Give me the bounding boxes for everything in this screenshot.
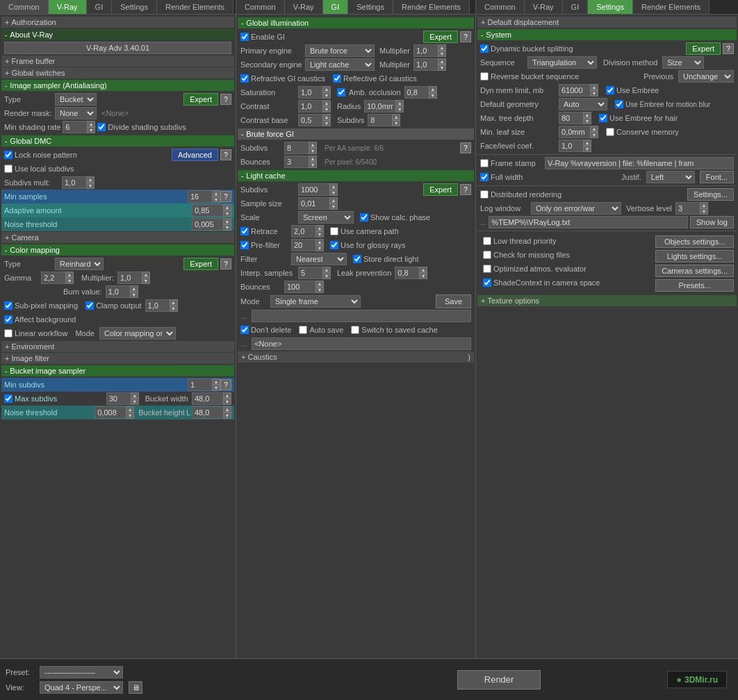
tab-settings-left[interactable]: Settings: [112, 0, 157, 14]
expert-btn-cm[interactable]: Expert: [183, 258, 218, 270]
bf-subdivs-input[interactable]: [284, 142, 309, 154]
secondary-select[interactable]: Light cache: [305, 58, 375, 71]
auto-save-check[interactable]: [299, 326, 307, 334]
noise-threshold-up[interactable]: ▲: [223, 218, 231, 224]
burn-input[interactable]: [106, 285, 130, 298]
clamp-value-input[interactable]: [145, 299, 170, 312]
lc-subdivs-input[interactable]: [298, 183, 329, 196]
bh-down[interactable]: ▼: [223, 412, 231, 419]
subdivs-mult-input[interactable]: [62, 176, 86, 189]
retrace-input[interactable]: [291, 225, 315, 238]
pre-filter-input[interactable]: [291, 239, 315, 251]
dyn-mem-input[interactable]: [559, 84, 590, 97]
min-samples-input[interactable]: [188, 190, 212, 203]
mode-select[interactable]: Color mapping only: [99, 327, 176, 340]
saturation-input[interactable]: [298, 86, 322, 99]
bw-up[interactable]: ▲: [223, 392, 231, 399]
int-up[interactable]: ▲: [322, 267, 331, 273]
burn-up[interactable]: ▲: [130, 285, 138, 292]
render-mask-select[interactable]: None: [55, 107, 97, 119]
default-displacement-section[interactable]: + Default displacement: [477, 17, 737, 28]
lc-mode-select[interactable]: Single frame: [270, 295, 361, 308]
mult1-up[interactable]: ▲: [438, 44, 446, 51]
cont-down[interactable]: ▼: [322, 106, 331, 112]
mult2-input[interactable]: [413, 58, 438, 71]
expert-btn-sys[interactable]: Expert: [686, 42, 721, 55]
previous-select[interactable]: Unchange: [678, 70, 734, 83]
subdivs-mult-down[interactable]: ▼: [86, 183, 95, 189]
tab-render-elements-mid[interactable]: Render Elements: [393, 0, 470, 14]
tab-render-elements-left[interactable]: Render Elements: [157, 0, 233, 14]
mult2-up[interactable]: ▲: [438, 58, 446, 65]
rad-down[interactable]: ▼: [395, 106, 404, 112]
bn-up[interactable]: ▲: [126, 406, 134, 412]
leak-input[interactable]: [395, 267, 419, 279]
use-embree-hair-check[interactable]: [599, 114, 607, 122]
view-select[interactable]: Quad 4 - Perspe...: [40, 681, 123, 694]
light-cache-section[interactable]: - Light cache: [238, 170, 474, 181]
fc-up[interactable]: ▲: [583, 140, 591, 146]
bucket-width-input[interactable]: [192, 392, 223, 405]
use-embree-check[interactable]: [606, 86, 614, 94]
interp-input[interactable]: [298, 267, 322, 279]
switch-saved-check[interactable]: [351, 326, 359, 334]
font-btn[interactable]: Font...: [700, 171, 734, 183]
bucket-sampler-section[interactable]: - Bucket image sampler: [1, 365, 234, 376]
store-direct-check[interactable]: [353, 255, 361, 263]
min-samples-up[interactable]: ▲: [212, 190, 220, 197]
sat-down[interactable]: ▼: [322, 92, 331, 99]
max-tree-input[interactable]: [559, 112, 583, 124]
mt-down[interactable]: ▼: [583, 118, 591, 124]
reflective-check[interactable]: [333, 74, 341, 83]
tab-gi-left[interactable]: GI: [87, 0, 113, 14]
help-btn-sys[interactable]: ?: [723, 43, 734, 54]
preset-select[interactable]: --------------------: [40, 666, 123, 678]
lc-path-input[interactable]: [252, 310, 471, 322]
bfb-down[interactable]: ▼: [309, 162, 317, 168]
leak-down[interactable]: ▼: [419, 273, 427, 279]
environment-section[interactable]: + Environment: [1, 341, 234, 352]
lc-bounces-input[interactable]: [284, 281, 315, 293]
ret-down[interactable]: ▼: [315, 231, 324, 238]
mult-down[interactable]: ▼: [142, 278, 150, 284]
divide-shading-check[interactable]: [97, 123, 106, 131]
save-btn[interactable]: Save: [436, 294, 471, 308]
max-subdivs-down[interactable]: ▼: [131, 399, 139, 405]
min-subdivs-up[interactable]: ▲: [212, 378, 220, 385]
refractive-check[interactable]: [240, 74, 249, 83]
min-subdivs-down[interactable]: ▼: [212, 385, 220, 391]
amb-up[interactable]: ▲: [429, 86, 437, 92]
affect-bg-check[interactable]: [4, 315, 13, 324]
sub-pixel-check[interactable]: [4, 301, 13, 310]
noise-threshold-input[interactable]: [192, 218, 223, 231]
min-samples-down[interactable]: ▼: [212, 197, 220, 203]
tab-common-right[interactable]: Common: [476, 0, 525, 14]
multiplier-input[interactable]: [117, 272, 142, 284]
bn-down[interactable]: ▼: [126, 412, 134, 419]
mult1-input[interactable]: [413, 44, 438, 57]
bw-down[interactable]: ▼: [223, 399, 231, 405]
tab-settings-mid[interactable]: Settings: [348, 0, 393, 14]
global-switches-section[interactable]: + Global switches: [1, 67, 234, 78]
max-subdivs-input[interactable]: [106, 392, 131, 405]
ml-up[interactable]: ▲: [590, 126, 598, 132]
bfb-up[interactable]: ▲: [309, 156, 317, 162]
texture-options-section[interactable]: + Texture options: [477, 295, 737, 306]
gamma-input[interactable]: [41, 272, 65, 284]
help-btn-ms[interactable]: ?: [220, 191, 231, 202]
adaptive-up[interactable]: ▲: [223, 204, 231, 210]
adaptive-input[interactable]: [192, 204, 223, 217]
tab-render-elements-right[interactable]: Render Elements: [633, 0, 710, 14]
advanced-btn[interactable]: Advanced: [172, 149, 218, 161]
mult2-down[interactable]: ▼: [438, 65, 446, 71]
sdiv-up[interactable]: ▲: [392, 114, 400, 120]
leak-up[interactable]: ▲: [419, 267, 427, 273]
system-section[interactable]: - System: [477, 29, 737, 40]
tab-settings-right[interactable]: Settings: [588, 0, 633, 14]
authorization-section[interactable]: + Authorization: [1, 17, 234, 28]
about-section[interactable]: - About V-Ray: [1, 29, 234, 40]
camera-section[interactable]: + Camera: [1, 232, 234, 243]
cb-down[interactable]: ▼: [322, 120, 331, 126]
justif-select[interactable]: Left: [646, 171, 695, 183]
optim-atmos-check[interactable]: [483, 265, 491, 273]
